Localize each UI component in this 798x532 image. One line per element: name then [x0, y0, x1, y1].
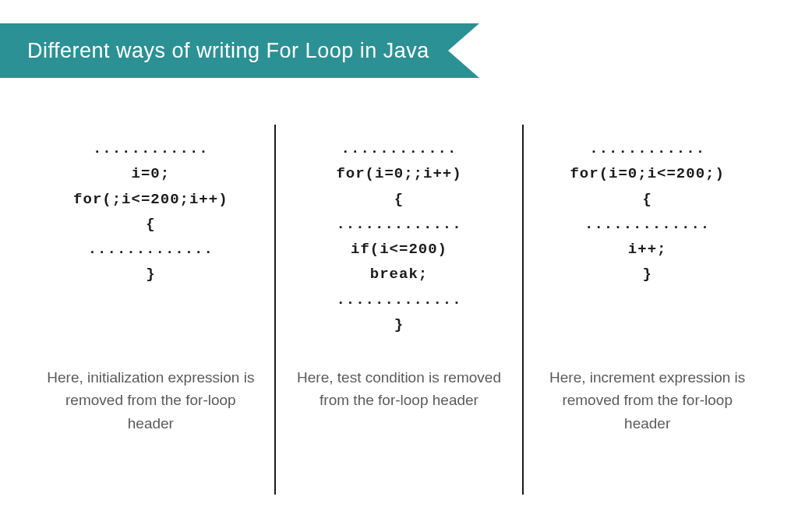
code-block-3: ............ for(i=0;i<=200;) { ........… [570, 136, 724, 347]
code-line: ............. [336, 287, 461, 312]
columns-container: ............ i=0; for(;i<=200;i++) { ...… [0, 125, 798, 495]
title-banner: Different ways of writing For Loop in Ja… [0, 23, 479, 78]
code-line: ............ [73, 136, 228, 161]
code-line: ............. [570, 212, 724, 237]
code-line: } [73, 262, 228, 287]
column-2: ............ for(i=0;;i++) { ...........… [276, 125, 524, 495]
code-line: ............ [336, 136, 461, 161]
banner-notch [448, 23, 479, 78]
code-line: break; [336, 262, 461, 287]
code-line: { [336, 187, 461, 212]
code-line: i=0; [73, 161, 228, 186]
code-block-2: ............ for(i=0;;i++) { ...........… [336, 136, 461, 347]
column-1: ............ i=0; for(;i<=200;i++) { ...… [27, 125, 276, 495]
code-line: { [73, 212, 228, 237]
code-line: ............. [336, 212, 461, 237]
code-line: ............ [570, 136, 724, 161]
code-line: for(i=0;;i++) [336, 161, 461, 186]
code-line: for(;i<=200;i++) [73, 187, 228, 212]
code-line: i++; [570, 237, 724, 262]
column-3: ............ for(i=0;i<=200;) { ........… [524, 125, 771, 495]
code-line: } [336, 312, 461, 337]
caption-1: Here, initialization expression is remov… [43, 366, 259, 435]
code-line: if(i<=200) [336, 237, 461, 262]
banner-title: Different ways of writing For Loop in Ja… [27, 39, 429, 63]
code-line: ............. [73, 237, 228, 262]
code-line: } [570, 262, 724, 287]
caption-2: Here, test condition is removed from the… [291, 366, 507, 412]
code-line: { [570, 187, 724, 212]
code-block-1: ............ i=0; for(;i<=200;i++) { ...… [73, 136, 228, 347]
caption-3: Here, increment expression is removed fr… [539, 366, 755, 435]
code-line: for(i=0;i<=200;) [570, 161, 724, 186]
